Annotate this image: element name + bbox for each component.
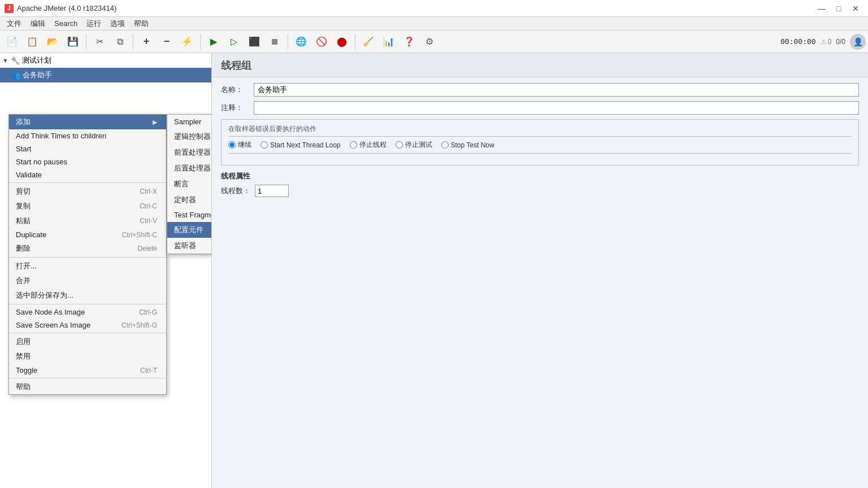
ctx-start-no-pauses-label: Start no pauses	[16, 158, 67, 166]
ctx-start-no-pauses[interactable]: Start no pauses	[9, 155, 166, 168]
help-button[interactable]: ❓	[400, 32, 419, 51]
ctx-sep-4	[9, 333, 166, 333]
ctx-save-screen-image[interactable]: Save Screen As Image Ctrl+Shift-G	[9, 319, 166, 332]
ctx-copy-label: 复制	[16, 201, 31, 211]
maximize-button[interactable]: □	[831, 2, 847, 15]
run-no-pause-button[interactable]: ▷	[224, 32, 244, 51]
ctx-enable[interactable]: 启用	[9, 334, 166, 349]
remote-stop-all-button[interactable]: ⬤	[332, 32, 351, 51]
expand-button[interactable]: +	[137, 32, 156, 51]
panel-body: 名称： 注释： 在取样器错误后要执行的动作 继续 Start	[212, 77, 868, 207]
submenu-logic-ctrl-label: 逻辑控制器	[174, 132, 211, 142]
ctx-cut[interactable]: 剪切 Ctrl-X	[9, 184, 166, 199]
ctx-save-node-image[interactable]: Save Node As Image Ctrl-G	[9, 306, 166, 319]
ctx-toggle-label: Toggle	[16, 366, 37, 374]
ctx-cut-shortcut: Ctrl-X	[140, 188, 157, 195]
stop-immediate-button[interactable]: ⏹	[265, 32, 284, 51]
submenu-test-fragment[interactable]: Test Fragment ▶	[167, 208, 212, 222]
submenu-timer-label: 定时器	[174, 195, 196, 205]
minimize-button[interactable]: —	[814, 2, 830, 15]
comment-label: 注释：	[221, 103, 249, 113]
ctx-help[interactable]: 帮助	[9, 380, 166, 394]
thread-props-title: 线程属性	[221, 171, 859, 181]
menu-file[interactable]: 文件	[2, 18, 26, 30]
main-layout: ▼ 🔧 测试计划 👥 会务助手 添加 ▶ Add Think Times to …	[0, 53, 868, 488]
cut-button[interactable]: ✂	[90, 32, 109, 51]
submenu-post-proc[interactable]: 后置处理器 ▶	[167, 160, 212, 176]
settings-button[interactable]: ⚙	[420, 32, 439, 51]
tree-panel: ▼ 🔧 测试计划 👥 会务助手 添加 ▶ Add Think Times to …	[0, 53, 212, 488]
submenu-pre-proc[interactable]: 前置处理器 ▶	[167, 145, 212, 160]
submenu-timer[interactable]: 定时器 ▶	[167, 192, 212, 208]
thread-count-input[interactable]	[255, 185, 289, 197]
copy-button[interactable]: ⧉	[110, 32, 129, 51]
collapse-button[interactable]: −	[157, 32, 176, 51]
open-button[interactable]: 📂	[43, 32, 62, 51]
ctx-delete-shortcut: Delete	[137, 245, 157, 252]
radio-stop-test-label: 停止测试	[405, 140, 432, 150]
template-button[interactable]: 📋	[23, 32, 42, 51]
ctx-copy[interactable]: 复制 Ctrl-C	[9, 199, 166, 213]
app-icon: J	[5, 4, 14, 13]
submenu-add: Sampler ▶ 逻辑控制器 ▶ 前置处理器 ▶ 后置处理器 ▶ 断言	[167, 114, 212, 254]
ctx-toggle[interactable]: Toggle Ctrl-T	[9, 364, 166, 377]
error-section-title: 在取样器错误后要执行的动作	[228, 124, 852, 134]
menu-help[interactable]: 帮助	[129, 18, 153, 30]
submenu-config-label: 配置元件	[174, 225, 203, 235]
menu-edit[interactable]: 编辑	[26, 18, 50, 30]
close-button[interactable]: ✕	[848, 2, 863, 15]
submenu-logic-ctrl[interactable]: 逻辑控制器 ▶	[167, 129, 212, 145]
functions-button[interactable]: 📊	[379, 32, 398, 51]
radio-stop-test-now[interactable]: Stop Test Now	[441, 141, 494, 149]
error-radio-group: 继续 Start Next Thread Loop 停止线程 停止测试	[228, 136, 852, 154]
radio-start-next[interactable]: Start Next Thread Loop	[261, 141, 341, 149]
ctx-open[interactable]: 打开...	[9, 259, 166, 273]
toolbar-right: 00:00:00 ⚠ 0 0/0 👤	[780, 34, 866, 50]
monitor-button[interactable]: 👤	[850, 34, 866, 50]
ctx-save-node-image-shortcut: Ctrl-G	[139, 308, 157, 316]
name-label: 名称：	[221, 85, 249, 95]
ctx-sep-5	[9, 378, 166, 378]
ctx-duplicate[interactable]: Duplicate Ctrl+Shift-C	[9, 228, 166, 241]
reset-button[interactable]: ⚡	[177, 32, 197, 51]
panel-title: 线程组	[212, 53, 868, 77]
name-input[interactable]	[254, 83, 859, 97]
ctx-think-times-label: Add Think Times to children	[16, 132, 106, 140]
ctx-save-screen-image-shortcut: Ctrl+Shift-G	[121, 321, 157, 329]
warn-count: 0	[828, 38, 832, 46]
menu-options[interactable]: 选项	[106, 18, 129, 30]
radio-continue[interactable]: 继续	[228, 140, 251, 150]
ctx-disable[interactable]: 禁用	[9, 349, 166, 364]
ctx-paste[interactable]: 粘贴 Ctrl-V	[9, 213, 166, 228]
ctx-add[interactable]: 添加 ▶	[9, 115, 166, 129]
ctx-cut-label: 剪切	[16, 186, 31, 197]
comment-input[interactable]	[254, 101, 859, 115]
ctx-start[interactable]: Start	[9, 142, 166, 155]
toolbar: 📄 📋 📂 💾 ✂ ⧉ + − ⚡ ▶ ▷ ⬛ ⏹ 🌐 🚫 ⬤ 🧹 📊 ❓ ⚙ …	[0, 30, 868, 53]
submenu-assertion-label: 断言	[174, 179, 189, 189]
ctx-save-partial[interactable]: 选中部分保存为...	[9, 288, 166, 303]
submenu-assertion[interactable]: 断言 ▶	[167, 176, 212, 192]
new-button[interactable]: 📄	[2, 32, 21, 51]
run-button[interactable]: ▶	[204, 32, 223, 51]
thread-count-row: 线程数：	[221, 185, 859, 197]
radio-stop-thread[interactable]: 停止线程	[350, 140, 387, 150]
error-section: 在取样器错误后要执行的动作 继续 Start Next Thread Loop …	[221, 119, 859, 165]
radio-stop-test-now-label: Stop Test Now	[451, 141, 494, 149]
ctx-validate[interactable]: Validate	[9, 168, 166, 181]
clear-button[interactable]: 🧹	[359, 32, 378, 51]
radio-stop-test[interactable]: 停止测试	[396, 140, 432, 150]
ctx-duplicate-shortcut: Ctrl+Shift-C	[122, 231, 157, 239]
submenu-config[interactable]: 配置元件 ▶	[167, 222, 212, 238]
ctx-delete[interactable]: 删除 Delete	[9, 241, 166, 256]
ctx-merge[interactable]: 合并	[9, 273, 166, 288]
stop-button[interactable]: ⬛	[245, 32, 264, 51]
submenu-sampler[interactable]: Sampler ▶	[167, 115, 212, 129]
remote-run-button[interactable]: 🌐	[292, 32, 311, 51]
remote-stop-button[interactable]: 🚫	[312, 32, 331, 51]
ctx-think-times[interactable]: Add Think Times to children	[9, 129, 166, 142]
menu-search[interactable]: Search	[50, 18, 82, 29]
menu-run[interactable]: 运行	[82, 18, 106, 30]
save-button[interactable]: 💾	[63, 32, 83, 51]
submenu-listener[interactable]: 监听器 ▶	[167, 238, 212, 254]
